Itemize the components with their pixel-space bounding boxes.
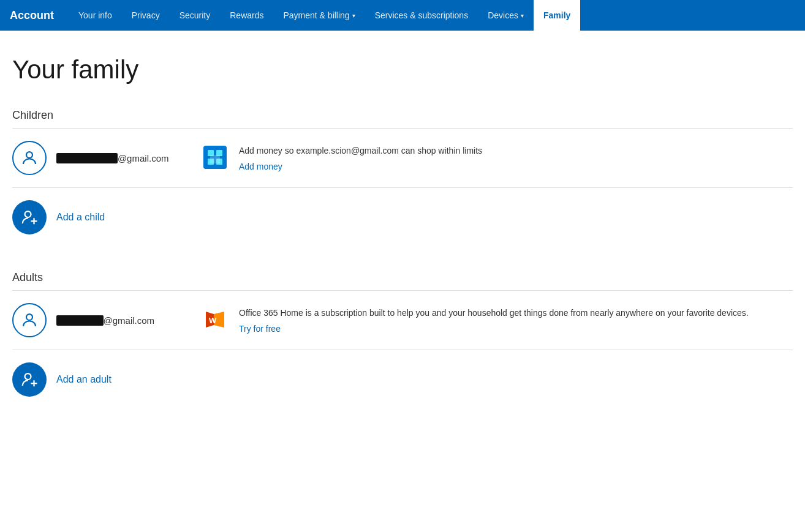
- add-person-child-icon: [20, 208, 39, 227]
- main-nav: Account Your infoPrivacySecurityRewardsP…: [0, 0, 805, 31]
- child-member-row: example.scion@gmail.com A: [12, 129, 793, 188]
- add-adult-link[interactable]: Add an adult: [56, 374, 111, 385]
- svg-point-0: [26, 152, 32, 158]
- adult-info-description: Office 365 Home is a subscription built …: [239, 307, 793, 320]
- nav-item-services---subscriptions[interactable]: Services & subscriptions: [365, 0, 478, 31]
- svg-text:W: W: [209, 316, 217, 325]
- nav-item-rewards[interactable]: Rewards: [220, 0, 273, 31]
- add-money-link[interactable]: Add money: [239, 162, 282, 171]
- adults-section: Adults t••••••••••ch@gmail.com: [12, 271, 793, 409]
- children-section: Children example.scion@gmail.com: [12, 109, 793, 247]
- add-adult-row[interactable]: Add an adult: [12, 350, 793, 409]
- adult-avatar: [12, 303, 47, 337]
- child-avatar: [12, 141, 47, 175]
- children-section-title: Children: [12, 109, 793, 122]
- add-person-adult-icon: [20, 370, 39, 389]
- adult-info-text-container: Office 365 Home is a subscription built …: [239, 307, 793, 334]
- try-for-free-link[interactable]: Try for free: [239, 324, 281, 334]
- page-title: Your family: [12, 55, 793, 84]
- person-adult-icon: [20, 311, 39, 329]
- adult-email-domain: @gmail.com: [104, 315, 155, 326]
- main-content: Your family Children example.scion@gmail…: [0, 31, 805, 458]
- nav-item-security[interactable]: Security: [170, 0, 221, 31]
- nav-item-your-info[interactable]: Your info: [69, 0, 122, 31]
- adult-email-redacted: t••••••••••ch: [56, 315, 104, 326]
- nav-item-payment---billing[interactable]: Payment & billing▾: [273, 0, 365, 31]
- ms-store-icon: [203, 146, 227, 169]
- nav-item-family[interactable]: Family: [534, 0, 580, 31]
- add-child-avatar: [12, 200, 47, 234]
- child-member-info: Add money so example.scion@gmail.com can…: [203, 144, 793, 172]
- office-icon-container: W: [203, 308, 229, 334]
- svg-point-10: [26, 314, 32, 320]
- nav-items: Your infoPrivacySecurityRewardsPayment &…: [69, 0, 580, 31]
- child-email-redacted: example.scion: [56, 153, 118, 163]
- child-info-text-container: Add money so example.scion@gmail.com can…: [239, 144, 793, 172]
- adult-email: t••••••••••ch@gmail.com: [56, 315, 179, 326]
- child-email-domain: @gmail.com: [118, 153, 169, 163]
- svg-point-7: [25, 211, 31, 217]
- adults-section-title: Adults: [12, 271, 793, 284]
- office-icon: W: [203, 308, 227, 331]
- child-info-description: Add money so example.scion@gmail.com can…: [239, 144, 793, 157]
- nav-brand[interactable]: Account: [10, 9, 64, 22]
- person-icon: [20, 149, 39, 167]
- add-child-link[interactable]: Add a child: [56, 212, 105, 223]
- svg-rect-6: [210, 155, 220, 163]
- adult-member-row: t••••••••••ch@gmail.com W Office 365 Hom…: [12, 291, 793, 350]
- add-adult-avatar: [12, 362, 47, 397]
- nav-item-privacy[interactable]: Privacy: [122, 0, 170, 31]
- add-child-row[interactable]: Add a child: [12, 188, 793, 247]
- ms-store-icon-container: [203, 146, 229, 171]
- svg-point-15: [25, 373, 31, 380]
- nav-item-devices[interactable]: Devices▾: [478, 0, 534, 31]
- adult-member-info: W Office 365 Home is a subscription buil…: [203, 307, 793, 334]
- child-email: example.scion@gmail.com: [56, 153, 179, 163]
